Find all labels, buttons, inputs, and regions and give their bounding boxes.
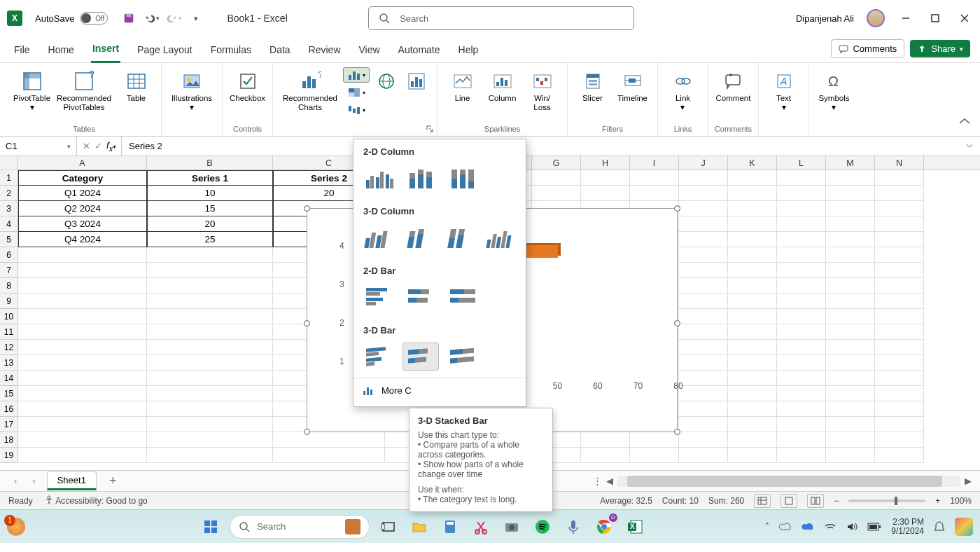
cell[interactable] (581, 186, 630, 201)
cell[interactable] (532, 186, 581, 201)
cell[interactable] (826, 386, 875, 401)
copilot-button[interactable] (955, 518, 973, 536)
cell[interactable] (18, 355, 147, 371)
recommended-pivot-button[interactable]: ?Recommended PivotTables (52, 67, 115, 113)
cell[interactable] (777, 355, 826, 371)
cell[interactable] (826, 309, 875, 324)
text-button[interactable]: AText▾ (764, 67, 803, 113)
cell[interactable] (777, 186, 826, 201)
cell[interactable] (728, 278, 777, 294)
cell[interactable] (875, 294, 924, 309)
cell[interactable] (728, 448, 777, 463)
col-header-i[interactable]: I (630, 156, 679, 170)
cell[interactable] (875, 324, 924, 340)
cell[interactable] (875, 355, 924, 371)
redo-button[interactable]: ▾ (164, 9, 183, 27)
cell[interactable] (728, 247, 777, 263)
qat-customize[interactable]: ▾ (187, 9, 205, 27)
cell[interactable] (826, 216, 875, 232)
stacked-bar-option[interactable] (402, 283, 439, 311)
cell[interactable] (679, 309, 728, 324)
cell[interactable] (826, 294, 875, 309)
link-button[interactable]: Link▾ (664, 67, 702, 113)
sparkline-winloss-button[interactable]: Win/ Loss (523, 67, 561, 113)
autosave-toggle[interactable]: Off (80, 12, 108, 25)
cell[interactable] (777, 294, 826, 309)
scroll-right-button[interactable]: ▶ (965, 476, 972, 486)
pivot-chart-button[interactable] (402, 67, 431, 95)
cell[interactable] (630, 186, 679, 201)
notifications-icon[interactable] (934, 520, 945, 533)
cell[interactable] (777, 401, 826, 417)
wifi-icon[interactable] (824, 522, 836, 532)
cell[interactable] (826, 278, 875, 294)
cell[interactable] (147, 417, 273, 432)
cell[interactable] (147, 401, 273, 417)
formula-input[interactable]: Series 2 (122, 141, 965, 151)
taskbar-date[interactable]: 9/1/2024 (891, 527, 924, 536)
row-header[interactable]: 12 (0, 340, 18, 355)
row-header[interactable]: 14 (0, 371, 18, 386)
cell[interactable] (147, 263, 273, 278)
cell[interactable] (147, 355, 273, 371)
cell[interactable] (147, 386, 273, 401)
calculator-button[interactable] (438, 515, 462, 539)
save-button[interactable] (120, 9, 138, 27)
file-explorer-button[interactable] (407, 515, 431, 539)
cell[interactable] (875, 340, 924, 355)
name-box[interactable]: C1 ▾ (0, 137, 77, 156)
cell[interactable] (875, 170, 924, 186)
onedrive-icon[interactable] (802, 522, 814, 532)
row-header[interactable]: 11 (0, 324, 18, 340)
col-header-a[interactable]: A (18, 156, 147, 170)
cell[interactable] (18, 432, 147, 448)
cell[interactable] (728, 201, 777, 216)
cell[interactable] (777, 170, 826, 186)
cell[interactable] (875, 309, 924, 324)
col-header-m[interactable]: M (826, 156, 875, 170)
cell[interactable]: 20 (147, 216, 273, 232)
cell[interactable] (581, 432, 630, 448)
cell[interactable] (532, 170, 581, 186)
row-header[interactable]: 19 (0, 448, 18, 463)
sheet-tab-sheet1[interactable]: Sheet1 (47, 471, 97, 490)
accessibility-status[interactable]: Accessibility: Good to go (44, 495, 148, 506)
cell[interactable] (679, 324, 728, 340)
more-column-charts-option[interactable]: More C (354, 378, 526, 402)
scroll-left-button[interactable]: ◀ (606, 476, 613, 486)
row-header[interactable]: 16 (0, 401, 18, 417)
charts-dialog-launcher[interactable] (426, 125, 435, 134)
cell[interactable] (679, 401, 728, 417)
tab-review[interactable]: Review (307, 39, 342, 62)
cell[interactable] (679, 432, 728, 448)
excel-taskbar-button[interactable]: X (623, 515, 647, 539)
illustrations-button[interactable]: Illustrations▾ (167, 67, 216, 113)
cancel-formula-button[interactable]: ✕ (83, 141, 90, 151)
user-name[interactable]: Dipanjenah Ali (796, 13, 854, 24)
cell[interactable] (147, 371, 273, 386)
select-all-corner[interactable] (0, 156, 18, 170)
cell[interactable] (679, 448, 728, 463)
cell[interactable] (875, 278, 924, 294)
taskbar-search[interactable]: Search (230, 515, 370, 539)
tray-chevron[interactable]: ˄ (765, 522, 769, 532)
cell[interactable] (728, 432, 777, 448)
cell[interactable] (826, 432, 875, 448)
cell[interactable] (273, 432, 385, 448)
camera-button[interactable] (500, 515, 524, 539)
tab-help[interactable]: Help (457, 39, 480, 62)
map-chart-dropdown[interactable]: ▾ (343, 85, 370, 100)
cell[interactable] (875, 247, 924, 263)
cell[interactable]: Q1 2024 (18, 186, 147, 201)
cell[interactable]: 15 (147, 201, 273, 216)
cell[interactable]: Q4 2024 (18, 232, 147, 247)
cell[interactable] (679, 186, 728, 201)
cell[interactable] (728, 355, 777, 371)
cell[interactable] (777, 232, 826, 247)
col-header-j[interactable]: J (679, 156, 728, 170)
microphone-button[interactable] (561, 515, 585, 539)
cell[interactable] (826, 340, 875, 355)
zoom-percent[interactable]: 100% (950, 496, 972, 506)
user-avatar[interactable] (867, 9, 885, 27)
taskview-button[interactable] (377, 515, 400, 539)
